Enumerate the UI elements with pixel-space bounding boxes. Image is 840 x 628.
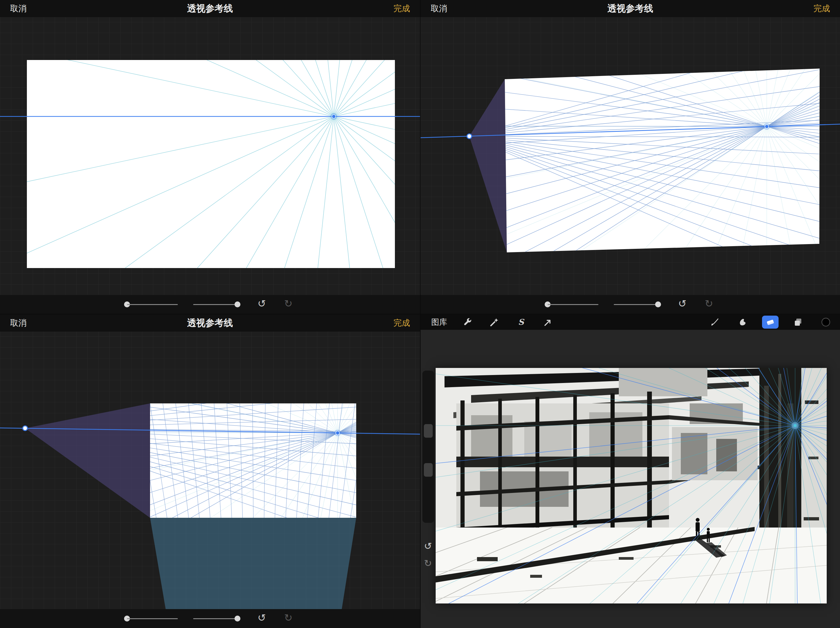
- perspective-editor-two-point: 取消 透视参考线 完成 ↺ ↻: [420, 0, 840, 314]
- undo-button[interactable]: ↺: [678, 299, 687, 308]
- procreate-main-ui: 图库 S: [420, 314, 840, 628]
- magic-wand-icon: [490, 317, 499, 327]
- perspective-editor-one-point: 取消 透视参考线 完成 ↺ ↻: [0, 0, 420, 314]
- editor-toolbar: ↺ ↻: [0, 609, 420, 628]
- smudge-icon: [738, 317, 747, 327]
- svg-text:S: S: [518, 317, 524, 327]
- undo-button[interactable]: ↺: [257, 613, 266, 623]
- cancel-button[interactable]: 取消: [10, 317, 27, 329]
- brush-size-slider-handle[interactable]: [424, 424, 433, 438]
- guide-opacity-slider-handle[interactable]: [655, 301, 661, 307]
- adjustments-button[interactable]: [486, 316, 503, 329]
- editor-header: 取消 透视参考线 完成: [0, 0, 420, 17]
- editor-toolbar: ↺ ↻: [421, 295, 840, 314]
- guide-opacity-slider-handle[interactable]: [235, 615, 240, 622]
- sidebar-undo-button[interactable]: ↺: [421, 541, 435, 551]
- brush-button[interactable]: [706, 316, 723, 329]
- guide-opacity-slider-track[interactable]: [193, 618, 237, 619]
- sidebar-slider-rail[interactable]: [422, 370, 434, 523]
- editor-toolbar: ↺ ↻: [0, 295, 420, 314]
- perspective-editor-three-point: 取消 透视参考线 完成 ↺ ↻: [0, 314, 420, 628]
- selection-s-icon: S: [516, 317, 526, 327]
- wrench-icon: [463, 317, 472, 327]
- undo-button[interactable]: ↺: [257, 299, 266, 308]
- layers-button[interactable]: [790, 316, 806, 329]
- perspective-guides-two-point: [421, 0, 840, 314]
- editor-title: 透视参考线: [0, 2, 420, 15]
- transform-arrow-icon: [543, 317, 552, 327]
- selection-button[interactable]: S: [513, 316, 529, 329]
- layers-icon: [793, 317, 803, 327]
- transform-button[interactable]: [539, 316, 556, 329]
- color-button[interactable]: [818, 316, 834, 329]
- guide-thickness-slider-track[interactable]: [127, 618, 178, 619]
- smudge-button[interactable]: [734, 316, 751, 329]
- guide-opacity-slider-track[interactable]: [614, 304, 658, 305]
- editor-title: 透视参考线: [0, 317, 420, 329]
- gallery-button[interactable]: 图库: [431, 317, 447, 327]
- actions-button[interactable]: [459, 316, 476, 329]
- cancel-button[interactable]: 取消: [431, 3, 447, 14]
- guide-thickness-slider-track[interactable]: [127, 304, 178, 305]
- eraser-icon: [766, 317, 775, 327]
- redo-button[interactable]: ↻: [705, 299, 713, 308]
- guide-opacity-slider-handle[interactable]: [235, 301, 240, 307]
- paintbrush-icon: [710, 317, 720, 327]
- eraser-button[interactable]: [762, 316, 778, 329]
- guide-thickness-slider-track[interactable]: [548, 304, 598, 305]
- app-top-bar: 图库 S: [421, 315, 840, 330]
- guide-opacity-slider-track[interactable]: [193, 304, 237, 305]
- artwork-architecture-drawing: [436, 368, 827, 603]
- editor-title: 透视参考线: [421, 2, 840, 15]
- redo-button[interactable]: ↻: [284, 613, 293, 623]
- editor-header: 取消 透视参考线 完成: [0, 315, 420, 332]
- cancel-button[interactable]: 取消: [10, 3, 27, 14]
- perspective-guides-one-point: [0, 0, 420, 314]
- editor-header: 取消 透视参考线 完成: [421, 0, 840, 17]
- right-tool-group: [706, 316, 834, 329]
- sidebar-redo-button[interactable]: ↻: [421, 558, 435, 568]
- color-circle-icon: [821, 317, 831, 327]
- done-button[interactable]: 完成: [393, 317, 410, 329]
- brush-opacity-slider-handle[interactable]: [424, 463, 433, 477]
- left-tool-group: S: [459, 316, 556, 329]
- drawing-canvas[interactable]: [436, 368, 827, 603]
- perspective-guides-three-point: [0, 315, 420, 628]
- done-button[interactable]: 完成: [813, 3, 830, 14]
- redo-button[interactable]: ↻: [284, 299, 293, 308]
- done-button[interactable]: 完成: [393, 3, 410, 14]
